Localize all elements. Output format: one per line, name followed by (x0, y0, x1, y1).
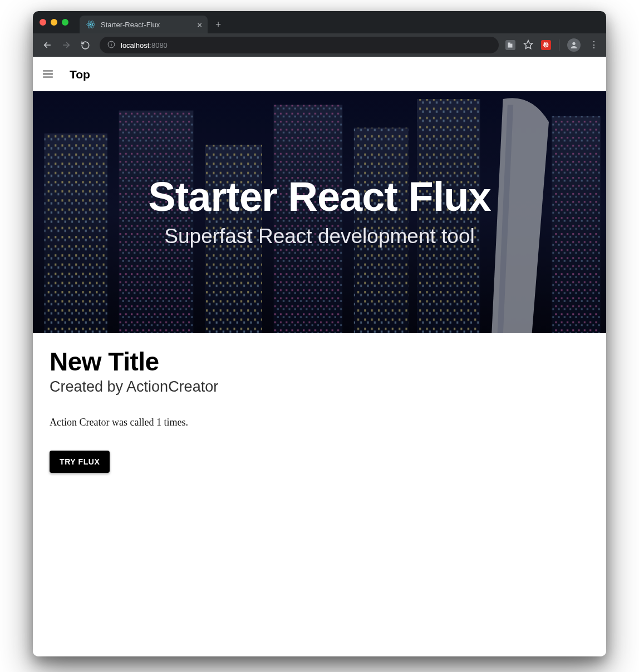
tab-close-icon[interactable]: × (197, 21, 202, 29)
url-text: localhost:8080 (121, 42, 168, 49)
url-host: localhost (121, 41, 149, 50)
browser-toolbar: localhost:8080 祭 ⋮ (33, 33, 606, 57)
appbar-title: Top (70, 68, 90, 80)
hero-subtitle: Superfast React development tool (148, 224, 490, 249)
tab-title: Starter-React-Flux (101, 21, 191, 28)
url-port: :8080 (149, 41, 168, 50)
window-controls (40, 11, 68, 33)
extension-icon[interactable]: 祭 (541, 40, 551, 50)
svg-point-7 (572, 42, 575, 45)
back-button[interactable] (40, 37, 55, 53)
hero-title: Starter React Flux (148, 175, 490, 219)
try-flux-button[interactable]: TRY FLUX (50, 451, 110, 473)
section-subheading: Created by ActionCreator (50, 377, 589, 397)
hero-section: Starter React Flux Superfast React devel… (33, 91, 606, 333)
tab-strip: Starter-React-Flux × + (33, 11, 606, 33)
svg-point-0 (90, 24, 92, 26)
section-body: Action Creator was called 1 times. (50, 416, 589, 429)
window-close-button[interactable] (40, 19, 46, 26)
browser-tab[interactable]: Starter-React-Flux × (80, 16, 208, 33)
page-viewport: Top (33, 57, 606, 656)
bookmark-icon[interactable] (523, 39, 533, 51)
forward-button[interactable] (58, 37, 74, 53)
content-section: New Title Created by ActionCreator Actio… (33, 333, 606, 487)
profile-avatar-icon[interactable] (567, 38, 581, 52)
react-icon (86, 20, 95, 29)
browser-window: Starter-React-Flux × + localhost:8080 (33, 11, 606, 656)
window-minimize-button[interactable] (51, 19, 57, 26)
section-heading: New Title (50, 348, 589, 376)
translate-extension-icon[interactable] (505, 40, 515, 50)
toolbar-divider (559, 39, 559, 51)
window-zoom-button[interactable] (62, 19, 68, 26)
reload-button[interactable] (77, 37, 93, 53)
svg-point-6 (111, 43, 111, 43)
new-tab-button[interactable]: + (208, 16, 229, 33)
site-info-icon[interactable] (107, 41, 115, 50)
menu-icon[interactable] (42, 68, 54, 80)
toolbar-right: 祭 ⋮ (505, 38, 599, 52)
browser-menu-icon[interactable]: ⋮ (588, 41, 599, 50)
app-bar: Top (33, 57, 606, 91)
address-bar[interactable]: localhost:8080 (100, 37, 499, 53)
